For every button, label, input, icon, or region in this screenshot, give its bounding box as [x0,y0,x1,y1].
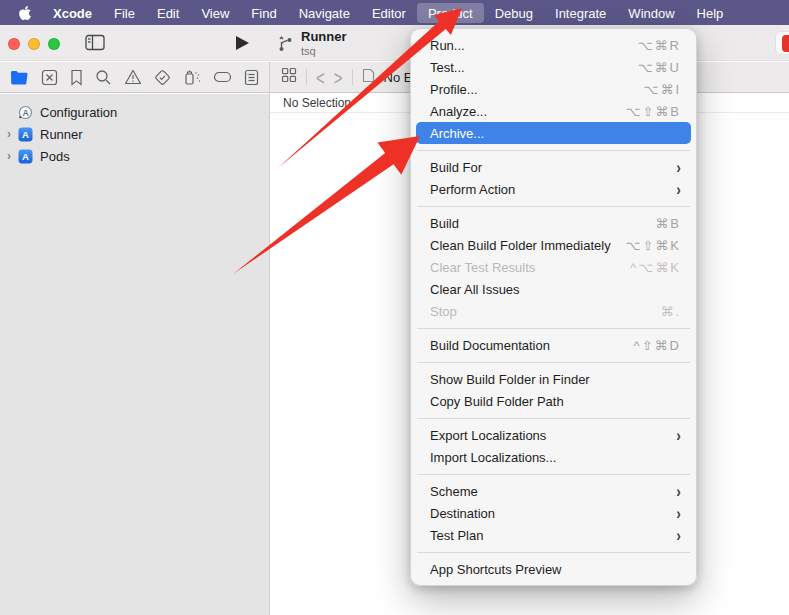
menu-item-shortcut: ^⌥⌘K [630,260,681,275]
menu-separator [417,474,690,475]
menu-item-label: Destination [430,506,495,521]
breakpoint-navigator-icon[interactable] [213,71,232,83]
minimize-window-button[interactable] [28,38,40,50]
menu-item-label: Scheme [430,484,478,499]
disclosure-chevron-icon[interactable]: › [0,127,18,141]
back-button[interactable]: < [316,67,325,87]
menu-item-label: Clear Test Results [430,260,535,275]
menu-item-clean-build-folder-immediately[interactable]: Clean Build Folder Immediately⌥⇧⌘K [416,234,691,256]
menu-item-build-documentation[interactable]: Build Documentation^⇧⌘D [416,334,691,356]
menu-item-label: Show Build Folder in Finder [430,372,590,387]
menu-item-archive[interactable]: Archive... [416,122,691,144]
menu-item-clear-all-issues[interactable]: Clear All Issues [416,278,691,300]
menu-item-label: Export Localizations [430,428,546,443]
toggle-navigator-button[interactable] [85,34,105,55]
navigator-bar [0,62,269,92]
report-navigator-icon[interactable] [244,69,259,86]
sidebar-item-pods[interactable]: ›APods [0,145,269,167]
test-navigator-icon[interactable] [154,69,171,86]
menu-item-shortcut: ^⇧⌘D [634,338,681,353]
menubar-item-xcode[interactable]: Xcode [42,3,103,23]
menu-item-build-for[interactable]: Build For› [416,156,691,178]
project-navigator-icon[interactable] [10,70,29,85]
zoom-window-button[interactable] [48,38,60,50]
menu-item-export-localizations[interactable]: Export Localizations› [416,424,691,446]
debug-navigator-icon[interactable] [183,69,201,86]
menu-item-label: Profile... [430,82,478,97]
sidebar-item-label: Pods [40,149,70,164]
menu-item-analyze[interactable]: Analyze...⌥⇧⌘B [416,100,691,122]
related-items-icon[interactable] [281,67,297,87]
menu-separator [417,552,690,553]
menu-item-shortcut: ⌥⇧⌘B [625,104,681,119]
menu-item-run[interactable]: Run...⌥⌘R [416,34,691,56]
menubar-item-help[interactable]: Help [686,3,735,23]
menubar-item-product[interactable]: Product [417,3,484,23]
menubar-item-integrate[interactable]: Integrate [544,3,617,23]
menu-item-label: Archive... [430,126,484,141]
menu-item-label: Build Documentation [430,338,550,353]
menu-item-copy-build-folder-path[interactable]: Copy Build Folder Path [416,390,691,412]
editor-tab-label[interactable]: No E [384,70,413,85]
menu-item-label: Run... [430,38,465,53]
bookmarks-navigator-icon[interactable] [70,69,83,86]
menu-item-build[interactable]: Build⌘B [416,212,691,234]
submenu-chevron-icon: › [676,525,681,544]
menu-item-label: Clear All Issues [430,282,520,297]
scheme-picker[interactable]: Runner tsq [277,30,347,58]
menubar-item-window[interactable]: Window [617,3,685,23]
close-window-button[interactable] [8,38,20,50]
menu-item-show-build-folder-in-finder[interactable]: Show Build Folder in Finder [416,368,691,390]
menubar-item-edit[interactable]: Edit [146,3,190,23]
play-icon [235,35,250,51]
submenu-chevron-icon: › [676,179,681,198]
record-icon [782,35,789,52]
menu-item-shortcut: ⌥⌘R [638,38,681,53]
scheme-name: Runner [301,30,347,45]
menubar-item-navigate[interactable]: Navigate [288,3,361,23]
document-icon [362,68,375,87]
jump-bar-label: No Selection [283,96,351,110]
editor-tab-controls: < > No E [270,62,412,92]
source-control-navigator-icon[interactable] [41,69,58,86]
menubar-item-file[interactable]: File [103,3,146,23]
menu-item-scheme[interactable]: Scheme› [416,480,691,502]
menu-item-import-localizations[interactable]: Import Localizations... [416,446,691,468]
sidebar-item-runner[interactable]: ›ARunner [0,123,269,145]
branch-icon [277,35,294,53]
menu-item-shortcut: ⌘B [655,216,681,231]
menu-item-destination[interactable]: Destination› [416,502,691,524]
menu-separator [417,328,690,329]
menu-item-test-plan[interactable]: Test Plan› [416,524,691,546]
corner-app-badge[interactable] [775,31,789,55]
issue-navigator-icon[interactable] [124,69,142,85]
find-navigator-icon[interactable] [95,69,112,86]
menu-item-profile[interactable]: Profile...⌥⌘I [416,78,691,100]
svg-text:A: A [22,129,29,140]
menubar-item-debug[interactable]: Debug [484,3,544,23]
menu-item-label: Analyze... [430,104,487,119]
run-button[interactable] [235,35,250,55]
config-file-icon: A [18,105,34,120]
menu-item-app-shortcuts-preview[interactable]: App Shortcuts Preview [416,558,691,580]
apple-menu[interactable] [12,5,42,21]
menu-item-perform-action[interactable]: Perform Action› [416,178,691,200]
sidebar-item-configuration[interactable]: AConfiguration [0,101,269,123]
submenu-chevron-icon: › [676,503,681,522]
menu-item-clear-test-results: Clear Test Results^⌥⌘K [416,256,691,278]
menubar-item-editor[interactable]: Editor [361,3,417,23]
menubar-item-view[interactable]: View [190,3,240,23]
menu-separator [417,150,690,151]
menu-item-label: Copy Build Folder Path [430,394,564,409]
menu-separator [417,206,690,207]
sidebar-toggle-icon [85,34,105,51]
sidebar-divider[interactable] [269,62,270,615]
menu-item-label: Stop [430,304,457,319]
disclosure-chevron-icon[interactable]: › [0,149,18,163]
forward-button[interactable]: > [334,67,343,87]
svg-text:A: A [22,107,28,117]
menu-item-test[interactable]: Test...⌥⌘U [416,56,691,78]
menu-item-shortcut: ⌘. [660,304,681,319]
sidebar-item-label: Configuration [40,105,117,120]
menubar-item-find[interactable]: Find [240,3,287,23]
